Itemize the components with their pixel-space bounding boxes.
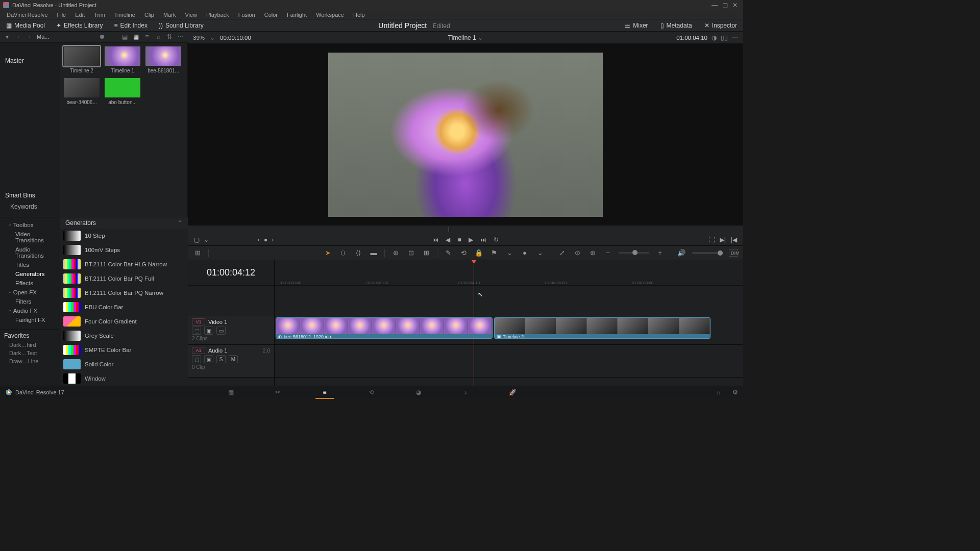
edit-index-toggle[interactable]: ≡Edit Index <box>112 21 150 30</box>
audio-track-1[interactable] <box>275 345 743 378</box>
media-pool-toggle[interactable]: ▦Media Pool <box>4 21 47 30</box>
metadata-toggle[interactable]: ▯Metadata <box>658 21 694 30</box>
zoom-level[interactable]: 39% <box>193 35 205 41</box>
nav-forward[interactable]: › <box>26 33 34 41</box>
favorites-header[interactable]: Favorites <box>4 332 56 339</box>
effects-library-toggle[interactable]: ✦Effects Library <box>54 21 105 30</box>
clip-bee[interactable]: bee-561801... <box>145 46 182 73</box>
clip-abo-button[interactable]: abo button... <box>104 78 141 105</box>
loop-icon[interactable]: ↻ <box>494 236 499 243</box>
fx-toolbox[interactable]: Toolbox <box>0 220 60 230</box>
generator-item[interactable]: Grey Scale <box>60 329 188 343</box>
insert-icon[interactable]: ⊕ <box>391 249 400 257</box>
go-start-icon[interactable]: ⏮ <box>432 236 438 243</box>
dim-button[interactable]: DIM <box>729 249 738 257</box>
generator-item[interactable]: 10 Step <box>60 229 188 243</box>
step-fwd-icon[interactable]: ▶| <box>720 236 726 243</box>
view-list-icon[interactable]: ≡ <box>143 33 151 41</box>
view-grid-icon[interactable]: ▦ <box>132 33 140 41</box>
fx-generators[interactable]: Generators <box>0 269 60 279</box>
play-icon[interactable]: ▶ <box>469 236 473 243</box>
marker-icon[interactable]: ● <box>520 249 529 257</box>
fx-audio-transitions[interactable]: Audio Transitions <box>0 245 60 260</box>
menu-clip[interactable]: Clip <box>140 11 159 18</box>
zoom-out-icon[interactable]: − <box>603 249 612 257</box>
smartbins-keywords[interactable]: Keywords <box>0 202 60 212</box>
snap-icon[interactable]: ✎ <box>444 249 453 257</box>
flag-dropdown-icon[interactable]: ⌄ <box>505 249 514 257</box>
match-frame-next-icon[interactable]: › <box>272 236 274 243</box>
master-bin[interactable]: Master <box>0 55 60 66</box>
viewer-more-icon[interactable]: ⋯ <box>732 34 738 41</box>
fx-effects[interactable]: Effects <box>0 279 60 288</box>
menu-timeline[interactable]: Timeline <box>110 11 140 18</box>
generator-item[interactable]: EBU Color Bar <box>60 300 188 314</box>
link-icon[interactable]: ⟲ <box>459 249 468 257</box>
fusion-page-icon[interactable]: ⟲ <box>366 388 377 397</box>
playhead[interactable] <box>474 260 474 386</box>
mixer-toggle[interactable]: ⚌Mixer <box>623 21 650 30</box>
detail-zoom-icon[interactable]: ⊙ <box>573 249 582 257</box>
viewer-title[interactable]: Timeline 1 ⌄ <box>448 34 483 41</box>
menu-help[interactable]: Help <box>349 11 370 18</box>
dual-view-icon[interactable]: ▯▯ <box>721 34 728 41</box>
favorite-item[interactable]: Dark…Text <box>4 349 56 357</box>
fx-filters[interactable]: Filters <box>0 297 60 306</box>
step-back-icon[interactable]: ◀ <box>446 236 450 243</box>
bin-dropdown[interactable]: ▾ <box>3 33 11 41</box>
generator-item[interactable]: BT.2111 Color Bar PQ Full <box>60 271 188 286</box>
viewer-mode-icon[interactable]: ▢ <box>194 236 200 243</box>
go-end-icon[interactable]: ⏭ <box>480 236 486 243</box>
blade-tool[interactable]: ▬ <box>369 249 378 257</box>
view-strip-icon[interactable]: ▤ <box>120 33 129 41</box>
bypass-icon[interactable]: ◑ <box>712 34 717 41</box>
media-page-icon[interactable]: ▦ <box>226 388 236 397</box>
match-frame-prev-icon[interactable]: ‹ <box>258 236 260 243</box>
generator-item[interactable]: 100mV Steps <box>60 243 188 257</box>
nav-back[interactable]: ‹ <box>14 33 22 41</box>
clip-timeline2-block[interactable]: ▣Timeline 2 <box>494 317 710 339</box>
menu-file[interactable]: File <box>53 11 71 18</box>
menu-fairlight[interactable]: Fairlight <box>282 11 311 18</box>
sort-icon[interactable]: ⇅ <box>165 33 174 41</box>
deliver-page-icon[interactable]: 🚀 <box>507 388 518 397</box>
inspector-toggle[interactable]: ✕Inspector <box>702 21 739 30</box>
menu-playback[interactable]: Playback <box>202 11 234 18</box>
settings-gear-icon[interactable]: ⚙ <box>732 389 738 396</box>
audio-solo-icon[interactable]: S <box>216 355 226 363</box>
color-page-icon[interactable]: ◕ <box>413 388 424 397</box>
fairlight-page-icon[interactable]: ♪ <box>460 388 471 397</box>
close-button[interactable]: ✕ <box>730 2 740 9</box>
audio-lock-icon[interactable]: ⬚ <box>192 355 201 363</box>
zoom-in-icon[interactable]: + <box>655 249 665 257</box>
fx-openfx[interactable]: Open FX <box>0 288 60 297</box>
fx-titles[interactable]: Titles <box>0 260 60 269</box>
home-icon[interactable]: ⌂ <box>717 389 720 396</box>
video-track-header[interactable]: V1Video 1 ⬚▣▭ 2 Clips <box>188 316 274 345</box>
lock-icon[interactable]: 🔒 <box>474 249 483 257</box>
search-icon[interactable]: ⌕ <box>154 33 162 41</box>
generator-item[interactable]: SMPTE Color Bar <box>60 343 188 357</box>
maximize-button[interactable]: ▢ <box>720 2 730 9</box>
generator-item[interactable]: BT.2111 Color Bar HLG Narrow <box>60 257 188 271</box>
generator-item[interactable]: BT.2111 Color Bar PQ Narrow <box>60 286 188 300</box>
menu-workspace[interactable]: Workspace <box>311 11 349 18</box>
custom-zoom-icon[interactable]: ⊕ <box>588 249 597 257</box>
menu-view[interactable]: View <box>180 11 202 18</box>
zoom-fit-icon[interactable]: ⤢ <box>557 249 567 257</box>
volume-slider[interactable] <box>692 252 723 254</box>
match-frame-icon[interactable]: ● <box>264 236 267 243</box>
menu-mark[interactable]: Mark <box>159 11 180 18</box>
collapse-icon[interactable]: ⌃ <box>178 219 183 227</box>
replace-icon[interactable]: ⊞ <box>422 249 431 257</box>
viewer[interactable] <box>188 44 743 226</box>
clip-timeline-1[interactable]: Timeline 1 <box>104 46 141 73</box>
dynamic-trim-tool[interactable]: ⟨⟩ <box>354 249 363 257</box>
overwrite-icon[interactable]: ⊡ <box>406 249 415 257</box>
audio-track-header[interactable]: A1Audio 12.0 ⬚▣SM 0 Clip <box>188 345 274 378</box>
favorite-item[interactable]: Dark…hird <box>4 341 56 349</box>
audio-rec-icon[interactable]: ▣ <box>204 355 213 363</box>
marker-dropdown-icon[interactable]: ⌄ <box>535 249 545 257</box>
arrow-tool[interactable]: ➤ <box>323 249 332 257</box>
clip-bee-block[interactable]: ◐bee-5618012_1920.jpg <box>276 317 493 339</box>
